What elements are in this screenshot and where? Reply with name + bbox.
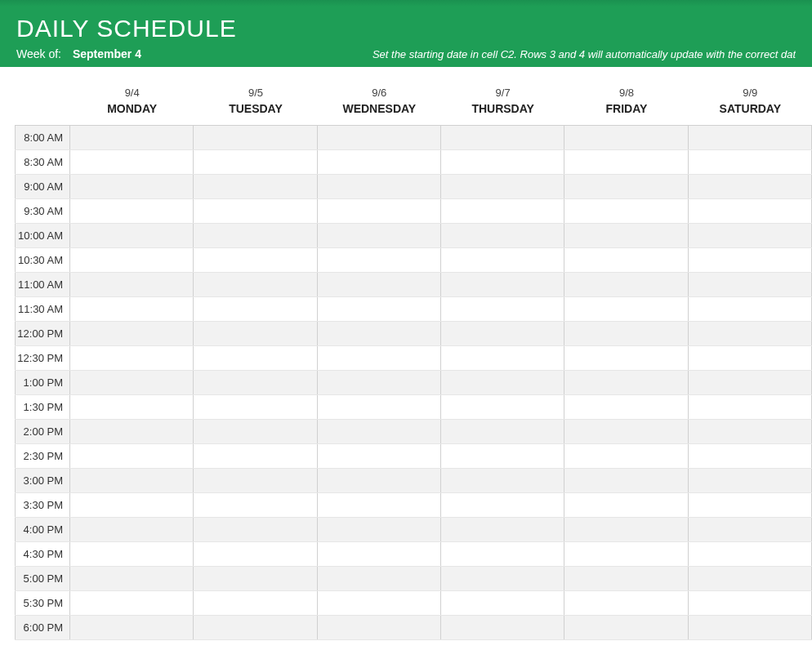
schedule-cell[interactable] <box>564 224 688 247</box>
schedule-cell[interactable] <box>318 175 441 198</box>
schedule-cell[interactable] <box>689 248 812 272</box>
schedule-cell[interactable] <box>689 150 812 174</box>
schedule-cell[interactable] <box>689 224 812 247</box>
schedule-cell[interactable] <box>564 297 688 321</box>
schedule-cell[interactable] <box>441 395 564 419</box>
schedule-cell[interactable] <box>194 371 317 394</box>
schedule-cell[interactable] <box>689 420 812 443</box>
schedule-cell[interactable] <box>689 542 812 566</box>
schedule-cell[interactable] <box>689 346 812 370</box>
schedule-cell[interactable] <box>70 493 194 517</box>
schedule-cell[interactable] <box>441 297 564 321</box>
schedule-cell[interactable] <box>318 591 441 615</box>
schedule-cell[interactable] <box>70 420 194 443</box>
schedule-cell[interactable] <box>689 567 812 590</box>
schedule-cell[interactable] <box>564 395 688 419</box>
schedule-cell[interactable] <box>689 444 812 468</box>
schedule-cell[interactable] <box>689 126 812 149</box>
schedule-cell[interactable] <box>689 616 812 639</box>
schedule-cell[interactable] <box>194 493 317 517</box>
schedule-cell[interactable] <box>441 542 564 566</box>
schedule-cell[interactable] <box>194 395 317 419</box>
schedule-cell[interactable] <box>689 322 812 345</box>
schedule-cell[interactable] <box>194 248 317 272</box>
schedule-cell[interactable] <box>441 616 564 639</box>
schedule-cell[interactable] <box>318 248 441 272</box>
schedule-cell[interactable] <box>194 346 317 370</box>
schedule-cell[interactable] <box>70 224 194 247</box>
schedule-cell[interactable] <box>564 248 688 272</box>
schedule-cell[interactable] <box>441 199 564 223</box>
schedule-cell[interactable] <box>70 346 194 370</box>
schedule-cell[interactable] <box>441 175 564 198</box>
schedule-cell[interactable] <box>318 224 441 247</box>
schedule-cell[interactable] <box>194 591 317 615</box>
schedule-cell[interactable] <box>194 150 317 174</box>
schedule-cell[interactable] <box>689 493 812 517</box>
schedule-cell[interactable] <box>564 420 688 443</box>
schedule-cell[interactable] <box>70 518 194 541</box>
schedule-cell[interactable] <box>564 175 688 198</box>
schedule-cell[interactable] <box>318 126 441 149</box>
schedule-cell[interactable] <box>70 591 194 615</box>
schedule-cell[interactable] <box>70 542 194 566</box>
schedule-cell[interactable] <box>194 297 317 321</box>
schedule-cell[interactable] <box>70 150 194 174</box>
schedule-cell[interactable] <box>70 322 194 345</box>
schedule-cell[interactable] <box>441 126 564 149</box>
schedule-cell[interactable] <box>194 126 317 149</box>
schedule-cell[interactable] <box>564 567 688 590</box>
schedule-cell[interactable] <box>194 518 317 541</box>
schedule-cell[interactable] <box>564 371 688 394</box>
schedule-cell[interactable] <box>70 199 194 223</box>
schedule-cell[interactable] <box>70 616 194 639</box>
schedule-cell[interactable] <box>564 542 688 566</box>
schedule-cell[interactable] <box>564 444 688 468</box>
schedule-cell[interactable] <box>194 444 317 468</box>
schedule-cell[interactable] <box>318 420 441 443</box>
schedule-cell[interactable] <box>194 322 317 345</box>
schedule-cell[interactable] <box>194 420 317 443</box>
schedule-cell[interactable] <box>318 493 441 517</box>
schedule-cell[interactable] <box>194 273 317 296</box>
schedule-cell[interactable] <box>318 616 441 639</box>
schedule-cell[interactable] <box>689 469 812 492</box>
schedule-cell[interactable] <box>194 175 317 198</box>
schedule-cell[interactable] <box>689 518 812 541</box>
schedule-cell[interactable] <box>70 469 194 492</box>
schedule-cell[interactable] <box>318 371 441 394</box>
schedule-cell[interactable] <box>194 567 317 590</box>
schedule-cell[interactable] <box>441 371 564 394</box>
schedule-cell[interactable] <box>564 273 688 296</box>
schedule-cell[interactable] <box>70 395 194 419</box>
schedule-cell[interactable] <box>564 199 688 223</box>
schedule-cell[interactable] <box>564 518 688 541</box>
schedule-cell[interactable] <box>441 469 564 492</box>
schedule-cell[interactable] <box>318 395 441 419</box>
schedule-cell[interactable] <box>564 346 688 370</box>
schedule-cell[interactable] <box>194 224 317 247</box>
schedule-cell[interactable] <box>564 493 688 517</box>
schedule-cell[interactable] <box>441 248 564 272</box>
schedule-cell[interactable] <box>318 150 441 174</box>
schedule-cell[interactable] <box>441 224 564 247</box>
schedule-cell[interactable] <box>70 248 194 272</box>
schedule-cell[interactable] <box>689 591 812 615</box>
schedule-cell[interactable] <box>318 567 441 590</box>
schedule-cell[interactable] <box>318 346 441 370</box>
schedule-cell[interactable] <box>564 591 688 615</box>
schedule-cell[interactable] <box>318 322 441 345</box>
schedule-cell[interactable] <box>70 175 194 198</box>
schedule-cell[interactable] <box>318 444 441 468</box>
schedule-cell[interactable] <box>318 469 441 492</box>
schedule-cell[interactable] <box>70 297 194 321</box>
schedule-cell[interactable] <box>70 273 194 296</box>
schedule-cell[interactable] <box>70 126 194 149</box>
schedule-cell[interactable] <box>194 542 317 566</box>
schedule-cell[interactable] <box>441 273 564 296</box>
schedule-cell[interactable] <box>564 126 688 149</box>
schedule-cell[interactable] <box>564 150 688 174</box>
schedule-cell[interactable] <box>441 322 564 345</box>
schedule-cell[interactable] <box>441 591 564 615</box>
schedule-cell[interactable] <box>318 273 441 296</box>
